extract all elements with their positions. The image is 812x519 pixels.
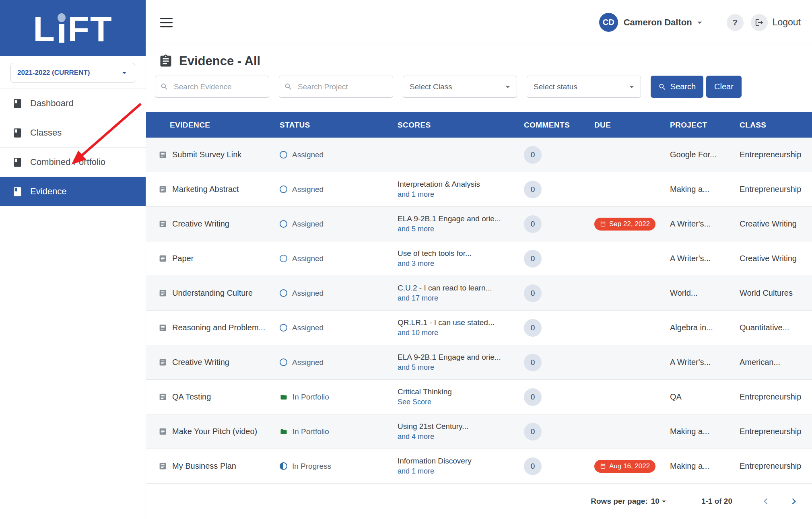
user-dropdown[interactable]: Cameron Dalton — [618, 17, 705, 28]
evidence-name: Submit Survey Link — [172, 150, 241, 159]
user-name: Cameron Dalton — [624, 17, 692, 28]
sidebar-item-combined-portfolio[interactable]: Combined Portfolio — [0, 148, 146, 177]
previous-page-button[interactable] — [760, 495, 772, 507]
status-select[interactable]: Select status — [527, 76, 641, 98]
sidebar-item-classes[interactable]: Classes — [0, 118, 146, 148]
search-project-field — [279, 76, 393, 98]
sidebar-item-label: Classes — [30, 128, 62, 138]
column-header-evidence: EVIDENCE — [170, 121, 280, 130]
search-evidence-input[interactable] — [155, 76, 269, 98]
lift-logo: L FT — [33, 13, 112, 43]
class-name: Entrepreneurship — [740, 150, 801, 159]
column-header-status: STATUS — [280, 121, 398, 130]
topbar: CD Cameron Dalton ? Logout — [146, 0, 812, 45]
table-row[interactable]: Paper Assigned Use of tech tools for... … — [146, 241, 812, 276]
evidence-name: QA Testing — [172, 392, 211, 402]
comments-badge[interactable]: 0 — [524, 319, 542, 337]
project-name: Algebra in... — [670, 323, 713, 332]
year-selector[interactable]: 2021-2022 (CURRENT) — [10, 63, 135, 83]
table-row[interactable]: Reasoning and Problem... Assigned QR.LR.… — [146, 311, 812, 345]
document-icon — [159, 289, 167, 297]
table-row[interactable]: Make Your Pitch (video) In Portfolio Usi… — [146, 414, 812, 449]
filter-bar: Select Class Select status Search Clear — [155, 76, 812, 98]
comments-badge[interactable]: 0 — [524, 250, 542, 268]
help-label: ? — [732, 18, 738, 27]
status-label: Assigned — [292, 323, 324, 332]
rows-per-page-label: Rows per page: — [591, 497, 647, 506]
score-more-link[interactable]: and 10 more — [398, 329, 520, 337]
class-name: Entrepreneurship — [740, 185, 801, 194]
search-evidence-field — [155, 76, 269, 98]
comments-badge[interactable]: 0 — [524, 423, 542, 441]
search-icon — [160, 82, 169, 91]
project-name: A Writer's... — [670, 219, 711, 228]
table-row[interactable]: Creative Writing Assigned ELA 9-2B.1 Eng… — [146, 207, 812, 241]
score-main: Using 21st Century... — [398, 422, 520, 431]
table-row[interactable]: Submit Survey Link Assigned 0 — [146, 138, 812, 172]
logo-letter-ft: FT — [68, 16, 113, 43]
search-button[interactable]: Search — [651, 76, 703, 98]
score-more-link[interactable]: and 4 more — [398, 432, 520, 441]
class-name: American... — [740, 358, 780, 367]
comments-badge[interactable]: 0 — [524, 354, 542, 371]
score-main: C.U.2 - I can read to learn... — [398, 284, 520, 292]
comments-badge[interactable]: 0 — [524, 146, 542, 164]
score-more-link[interactable]: and 5 more — [398, 225, 520, 233]
table-row[interactable]: My Business Plan In Progress Information… — [146, 449, 812, 484]
evidence-name: Creative Writing — [172, 219, 229, 229]
chevron-down-icon — [659, 497, 668, 506]
score-more-link[interactable]: and 17 more — [398, 294, 520, 303]
project-name: Making a... — [670, 185, 709, 194]
assigned-icon — [280, 289, 287, 297]
project-name: QA — [670, 392, 682, 401]
score-more-link[interactable]: and 1 more — [398, 190, 520, 199]
status-label: In Portfolio — [293, 427, 329, 436]
column-header-project: PROJECT — [670, 121, 740, 130]
table-row[interactable]: Creative Writing Assigned ELA 9-2B.1 Eng… — [146, 345, 812, 380]
class-name: Creative Writing — [740, 219, 797, 228]
table-row[interactable]: Marketing Abstract Assigned Interpretati… — [146, 172, 812, 207]
score-main: ELA 9-2B.1 Engage and orie... — [398, 214, 520, 223]
comments-badge[interactable]: 0 — [524, 284, 542, 302]
table-body: Submit Survey Link Assigned 0 — [146, 138, 812, 484]
sidebar-item-dashboard[interactable]: Dashboard — [0, 89, 146, 118]
score-more-link[interactable]: and 1 more — [398, 467, 520, 476]
avatar[interactable]: CD — [599, 13, 618, 32]
table-row[interactable]: Understanding Culture Assigned C.U.2 - I… — [146, 276, 812, 311]
comments-badge[interactable]: 0 — [524, 457, 542, 475]
topbar-right: CD Cameron Dalton ? Logout — [599, 13, 801, 32]
due-badge: Aug 16, 2022 — [594, 460, 655, 473]
score-more-link[interactable]: and 5 more — [398, 363, 520, 372]
project-name: World... — [670, 288, 698, 297]
sidebar-menu: Dashboard Classes Combined Portfolio Evi… — [0, 89, 146, 206]
search-icon — [658, 83, 666, 91]
menu-icon[interactable] — [159, 16, 174, 29]
due-date: Aug 16, 2022 — [609, 462, 650, 470]
class-name: Quantitative... — [740, 323, 789, 332]
evidence-table: EVIDENCE STATUS SCORES COMMENTS DUE PROJ… — [146, 112, 812, 484]
column-header-due: DUE — [594, 121, 670, 130]
help-button[interactable]: ? — [727, 14, 744, 31]
next-page-button[interactable] — [788, 495, 800, 507]
clear-button-label: Clear — [714, 82, 734, 91]
class-select[interactable]: Select Class — [403, 76, 517, 98]
evidence-name: Paper — [172, 254, 194, 263]
evidence-name: Understanding Culture — [172, 288, 253, 298]
comments-badge[interactable]: 0 — [524, 215, 542, 233]
sidebar-item-evidence[interactable]: Evidence — [0, 177, 146, 206]
clear-button[interactable]: Clear — [706, 76, 742, 98]
score-main: Critical Thinking — [398, 387, 520, 396]
document-icon — [159, 185, 167, 194]
comments-badge[interactable]: 0 — [524, 388, 542, 406]
logout-button[interactable]: Logout — [751, 14, 801, 31]
status-label: Assigned — [292, 289, 324, 298]
project-name: A Writer's... — [670, 358, 711, 367]
rows-per-page-select[interactable]: Rows per page: 10 — [591, 497, 668, 506]
app-root: L FT 2021-2022 (CURRENT) Dashboard Class… — [0, 0, 812, 519]
sidebar-item-label: Combined Portfolio — [30, 157, 105, 167]
score-more-link[interactable]: See Score — [398, 398, 520, 406]
comments-badge[interactable]: 0 — [524, 181, 542, 198]
search-project-input[interactable] — [279, 76, 393, 98]
score-more-link[interactable]: and 3 more — [398, 260, 520, 268]
table-row[interactable]: QA Testing In Portfolio Critical Thinkin… — [146, 380, 812, 414]
